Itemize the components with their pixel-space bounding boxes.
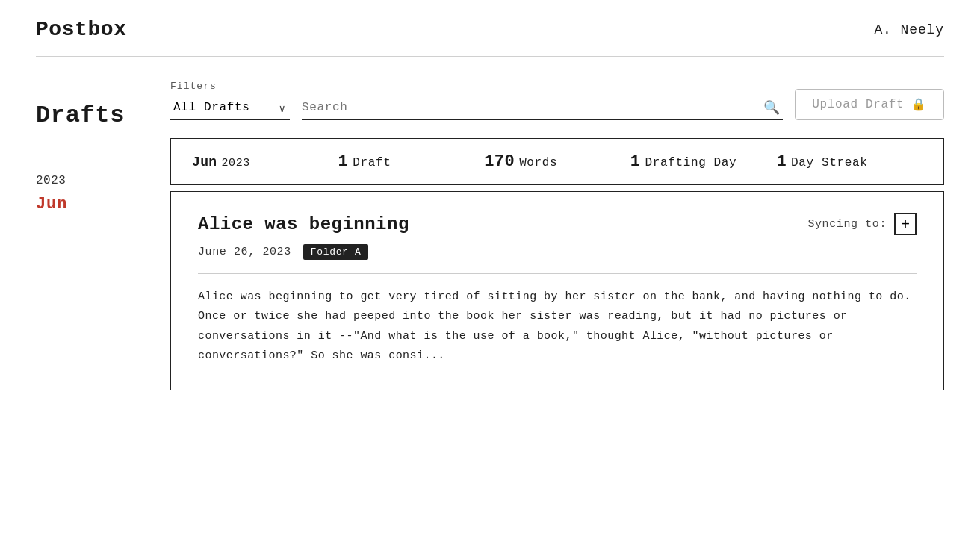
folder-badge: Folder A [303,244,369,260]
filter-select-wrapper: All Drafts Published Unpublished ∨ [170,96,290,120]
stat-drafts-label: Draft [353,156,391,169]
stat-period-year: 2023 [222,157,250,169]
sidebar-month: Jun [36,195,170,214]
search-group: 🔍 [302,81,783,120]
header: Postbox A. Neely [0,0,980,56]
search-button[interactable]: 🔍 [760,99,783,116]
sidebar-year: 2023 [36,174,170,187]
stat-streak-count: 1 [776,152,787,171]
search-wrapper: 🔍 [302,99,783,120]
stat-period: Jun 2023 [192,155,338,169]
main-content: Drafts 2023 Jun Filters All Drafts Publi… [0,57,980,390]
stat-drafts-count: 1 [338,152,349,171]
stat-words-count: 170 [484,152,515,171]
stat-drafting-days-label: Drafting Day [645,156,736,169]
stat-words-label: Words [519,156,557,169]
filters-row: Filters All Drafts Published Unpublished… [170,81,944,120]
draft-date: June 26, 2023 [198,246,291,258]
sync-label: Syncing to: [807,218,887,231]
upload-draft-label: Upload Draft [812,98,904,111]
filter-select[interactable]: All Drafts Published Unpublished [170,96,290,120]
stat-streak: 1 Day Streak [776,152,922,171]
stat-drafts: 1 Draft [338,152,485,171]
stats-box: Jun 2023 1 Draft 170 Words 1 Drafting Da… [170,138,944,185]
stat-words: 170 Words [484,152,630,171]
stat-period-month: Jun [192,155,217,169]
panel: Filters All Drafts Published Unpublished… [170,81,944,390]
stat-streak-label: Day Streak [791,156,867,169]
filters-label: Filters [170,81,290,92]
stat-drafting-days: 1 Drafting Day [630,152,777,171]
draft-divider [198,273,917,274]
plus-icon: + [901,217,910,231]
app-title: Postbox [36,18,127,41]
draft-preview: Alice was beginning to get very tired of… [198,287,917,366]
draft-card-header: Alice was beginning Syncing to: + [198,213,917,235]
upload-draft-button[interactable]: Upload Draft 🔒 [795,89,944,120]
lock-icon: 🔒 [911,97,927,112]
draft-card[interactable]: Alice was beginning Syncing to: + June 2… [170,191,944,390]
page-title: Drafts [36,102,170,129]
user-name: A. Neely [874,22,944,37]
sync-plus-button[interactable]: + [894,213,917,235]
search-icon: 🔍 [763,100,780,115]
sidebar: Drafts 2023 Jun [36,81,170,390]
search-input[interactable] [302,101,760,114]
sync-area: Syncing to: + [807,213,917,235]
draft-meta: June 26, 2023 Folder A [198,244,917,260]
stat-drafting-days-count: 1 [630,152,641,171]
filter-group: Filters All Drafts Published Unpublished… [170,81,290,120]
draft-title: Alice was beginning [198,214,409,234]
